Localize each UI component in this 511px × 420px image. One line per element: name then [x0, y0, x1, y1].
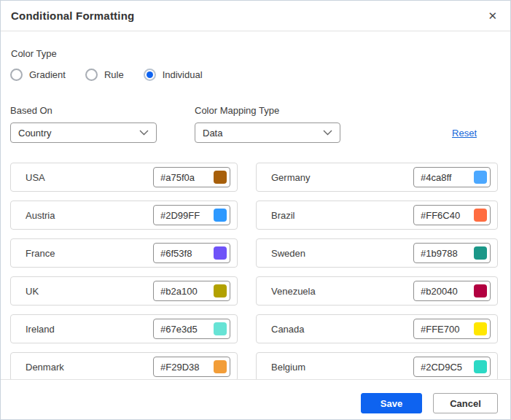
- reset-link[interactable]: Reset: [452, 128, 477, 139]
- country-row-venezuela: Venezuela: [256, 276, 498, 306]
- radio-individual[interactable]: Individual: [144, 69, 203, 81]
- country-name: Austria: [26, 210, 55, 221]
- color-field: [153, 205, 230, 225]
- color-field: [413, 205, 491, 225]
- based-on-value: Country: [18, 128, 52, 139]
- color-swatch[interactable]: [214, 246, 227, 260]
- country-name: Denmark: [26, 362, 64, 373]
- color-swatch[interactable]: [214, 171, 227, 184]
- country-row-sweden: Sweden: [256, 238, 498, 268]
- country-row-belgium: Belgium: [256, 352, 498, 379]
- country-row-denmark: Denmark: [10, 352, 238, 379]
- country-name: UK: [26, 286, 39, 297]
- color-swatch[interactable]: [474, 209, 487, 222]
- color-swatch[interactable]: [214, 360, 227, 373]
- country-row-brazil: Brazil: [256, 201, 498, 230]
- radio-rule-label: Rule: [104, 69, 124, 80]
- radio-gradient[interactable]: Gradient: [10, 69, 66, 81]
- radio-circle-icon: [10, 69, 23, 81]
- color-field: [153, 357, 230, 377]
- color-swatch[interactable]: [474, 284, 487, 298]
- dialog-title: Conditional Formatting: [11, 9, 134, 22]
- radio-circle-icon: [144, 69, 156, 81]
- based-on-label: Based On: [10, 105, 157, 116]
- based-on-group: Based On Country: [10, 105, 157, 143]
- country-name: USA: [26, 172, 45, 183]
- color-field: [153, 281, 230, 301]
- country-row-germany: Germany: [256, 163, 498, 192]
- radio-gradient-label: Gradient: [29, 69, 66, 80]
- dropdown-section: Based On Country Color Mapping Type Data: [10, 105, 510, 143]
- radio-rule[interactable]: Rule: [85, 69, 124, 81]
- dialog-header: Conditional Formatting ✕: [1, 1, 510, 31]
- color-swatch[interactable]: [474, 171, 487, 184]
- country-row-ireland: Ireland: [10, 314, 238, 343]
- chevron-down-icon: [139, 130, 149, 136]
- country-name: Sweden: [271, 248, 305, 259]
- color-mapping-type-label: Color Mapping Type: [195, 105, 340, 116]
- color-field: [153, 243, 230, 263]
- color-field: [153, 167, 230, 187]
- color-mapping-type-value: Data: [203, 128, 222, 139]
- chevron-down-icon: [323, 130, 332, 136]
- country-name: Canada: [271, 324, 305, 335]
- color-field: [413, 281, 491, 301]
- color-type-label: Color Type: [11, 48, 510, 59]
- color-swatch[interactable]: [214, 322, 227, 335]
- country-name: Venezuela: [271, 286, 316, 297]
- color-swatch[interactable]: [474, 360, 487, 373]
- country-row-france: France: [10, 238, 238, 268]
- cancel-button[interactable]: Cancel: [433, 393, 498, 413]
- conditional-formatting-dialog: Conditional Formatting ✕ Color Type Grad…: [0, 0, 511, 420]
- close-icon[interactable]: ✕: [486, 9, 499, 23]
- country-name: France: [26, 248, 55, 259]
- color-swatch[interactable]: [214, 284, 227, 298]
- color-swatch[interactable]: [474, 246, 487, 260]
- color-mapping-type-dropdown[interactable]: Data: [195, 122, 340, 143]
- country-row-usa: USA: [10, 163, 238, 192]
- color-field: [413, 319, 491, 339]
- color-swatch[interactable]: [474, 322, 487, 335]
- country-name: Belgium: [271, 362, 305, 373]
- country-color-list: USA Germany Austria: [10, 163, 510, 379]
- color-mapping-type-group: Color Mapping Type Data: [195, 105, 340, 143]
- country-name: Brazil: [271, 210, 295, 221]
- country-row-uk: UK: [10, 276, 238, 306]
- color-type-radio-group: Gradient Rule Individual: [10, 69, 510, 81]
- based-on-dropdown[interactable]: Country: [10, 122, 157, 143]
- country-name: Germany: [271, 172, 310, 183]
- country-row-canada: Canada: [256, 314, 498, 343]
- save-button[interactable]: Save: [361, 393, 422, 413]
- country-row-austria: Austria: [10, 201, 238, 230]
- radio-individual-label: Individual: [163, 69, 203, 80]
- dialog-footer: Save Cancel: [1, 379, 510, 419]
- color-field: [153, 319, 230, 339]
- radio-circle-icon: [85, 69, 98, 81]
- color-field: [413, 167, 491, 187]
- color-field: [413, 243, 491, 263]
- color-field: [413, 357, 491, 377]
- country-name: Ireland: [26, 324, 55, 335]
- color-swatch[interactable]: [214, 209, 227, 222]
- dialog-body: Color Type Gradient Rule Individual Base…: [1, 31, 510, 379]
